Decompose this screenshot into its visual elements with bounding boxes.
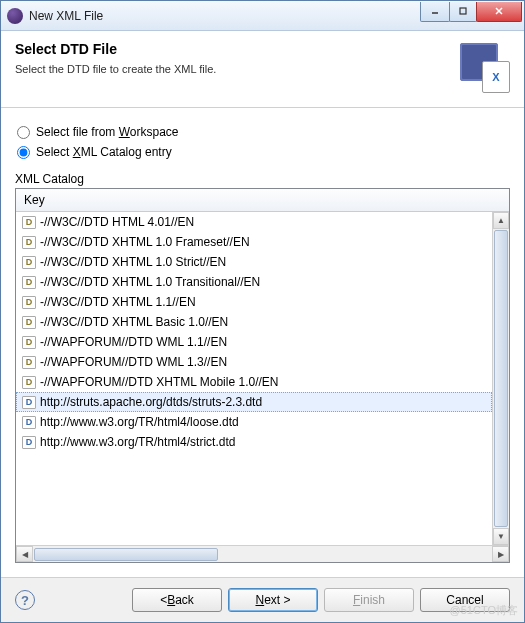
radio-catalog-input[interactable] — [17, 146, 30, 159]
list-item[interactable]: Dhttp://www.w3.org/TR/html4/strict.dtd — [16, 432, 492, 452]
help-icon[interactable]: ? — [15, 590, 35, 610]
horizontal-scrollbar[interactable]: ◀ ▶ — [16, 545, 509, 562]
list-body[interactable]: D-//W3C//DTD HTML 4.01//END-//W3C//DTD X… — [16, 212, 492, 545]
list-item[interactable]: D-//W3C//DTD HTML 4.01//EN — [16, 212, 492, 232]
list-item-label: -//W3C//DTD XHTML 1.0 Strict//EN — [40, 255, 226, 269]
catalog-list: Key D-//W3C//DTD HTML 4.01//END-//W3C//D… — [15, 188, 510, 563]
scroll-thumb-vertical[interactable] — [494, 230, 508, 527]
cancel-button[interactable]: Cancel — [420, 588, 510, 612]
column-header-key[interactable]: Key — [16, 189, 509, 212]
list-item-label: -//W3C//DTD HTML 4.01//EN — [40, 215, 194, 229]
finish-button: Finish — [324, 588, 414, 612]
content-area: Select file from Workspace Select XML Ca… — [1, 108, 524, 577]
banner: Select DTD File Select the DTD file to c… — [1, 31, 524, 108]
dtd-icon: D — [22, 276, 36, 289]
list-item[interactable]: D-//WAPFORUM//DTD WML 1.1//EN — [16, 332, 492, 352]
close-button[interactable] — [476, 2, 522, 22]
scroll-down-icon[interactable]: ▼ — [493, 528, 509, 545]
dtd-icon: D — [22, 416, 36, 429]
list-item[interactable]: D-//W3C//DTD XHTML 1.0 Strict//EN — [16, 252, 492, 272]
back-button[interactable]: < Back — [132, 588, 222, 612]
dtd-icon: D — [22, 396, 36, 409]
list-item-label: -//W3C//DTD XHTML 1.0 Frameset//EN — [40, 235, 250, 249]
dtd-icon: D — [22, 236, 36, 249]
page-title: Select DTD File — [15, 41, 458, 57]
list-item[interactable]: D-//WAPFORUM//DTD WML 1.3//EN — [16, 352, 492, 372]
svg-rect-1 — [460, 8, 466, 14]
dtd-icon: D — [22, 376, 36, 389]
dtd-icon: D — [22, 256, 36, 269]
catalog-group-label: XML Catalog — [15, 172, 510, 186]
next-button[interactable]: Next > — [228, 588, 318, 612]
vertical-scrollbar[interactable]: ▲ ▼ — [492, 212, 509, 545]
title-bar[interactable]: New XML File — [1, 1, 524, 31]
list-item[interactable]: D-//W3C//DTD XHTML Basic 1.0//EN — [16, 312, 492, 332]
list-item[interactable]: D-//W3C//DTD XHTML 1.1//EN — [16, 292, 492, 312]
dtd-icon: D — [22, 296, 36, 309]
list-item-label: -//W3C//DTD XHTML Basic 1.0//EN — [40, 315, 228, 329]
list-item[interactable]: D-//WAPFORUM//DTD XHTML Mobile 1.0//EN — [16, 372, 492, 392]
list-item[interactable]: D-//W3C//DTD XHTML 1.0 Frameset//EN — [16, 232, 492, 252]
dtd-icon: D — [22, 356, 36, 369]
app-icon — [7, 8, 23, 24]
wizard-icon: X — [458, 41, 510, 93]
list-item-label: -//W3C//DTD XHTML 1.0 Transitional//EN — [40, 275, 260, 289]
dtd-icon: D — [22, 336, 36, 349]
dtd-icon: D — [22, 436, 36, 449]
radio-workspace[interactable]: Select file from Workspace — [15, 125, 510, 139]
list-item-label: http://www.w3.org/TR/html4/loose.dtd — [40, 415, 239, 429]
list-item[interactable]: D-//W3C//DTD XHTML 1.0 Transitional//EN — [16, 272, 492, 292]
window-control-group — [421, 2, 522, 22]
radio-workspace-label: Select file from Workspace — [36, 125, 179, 139]
list-item-label: http://www.w3.org/TR/html4/strict.dtd — [40, 435, 235, 449]
maximize-button[interactable] — [449, 2, 477, 22]
window-title: New XML File — [29, 9, 421, 23]
scroll-left-icon[interactable]: ◀ — [16, 546, 33, 562]
page-description: Select the DTD file to create the XML fi… — [15, 63, 458, 75]
radio-workspace-input[interactable] — [17, 126, 30, 139]
list-item[interactable]: Dhttp://www.w3.org/TR/html4/loose.dtd — [16, 412, 492, 432]
list-item[interactable]: Dhttp://struts.apache.org/dtds/struts-2.… — [16, 392, 492, 412]
xml-doc-icon: X — [482, 61, 510, 93]
minimize-button[interactable] — [420, 2, 450, 22]
button-bar: ? < Back Next > Finish Cancel — [1, 577, 524, 622]
scroll-up-icon[interactable]: ▲ — [493, 212, 509, 229]
list-item-label: http://struts.apache.org/dtds/struts-2.3… — [40, 395, 262, 409]
dialog-window: New XML File Select DTD File Select the … — [0, 0, 525, 623]
radio-catalog[interactable]: Select XML Catalog entry — [15, 145, 510, 159]
dtd-icon: D — [22, 216, 36, 229]
scroll-thumb-horizontal[interactable] — [34, 548, 218, 561]
scroll-right-icon[interactable]: ▶ — [492, 546, 509, 562]
dtd-icon: D — [22, 316, 36, 329]
list-item-label: -//WAPFORUM//DTD WML 1.1//EN — [40, 335, 227, 349]
radio-catalog-label: Select XML Catalog entry — [36, 145, 172, 159]
list-item-label: -//W3C//DTD XHTML 1.1//EN — [40, 295, 196, 309]
list-item-label: -//WAPFORUM//DTD XHTML Mobile 1.0//EN — [40, 375, 278, 389]
list-item-label: -//WAPFORUM//DTD WML 1.3//EN — [40, 355, 227, 369]
